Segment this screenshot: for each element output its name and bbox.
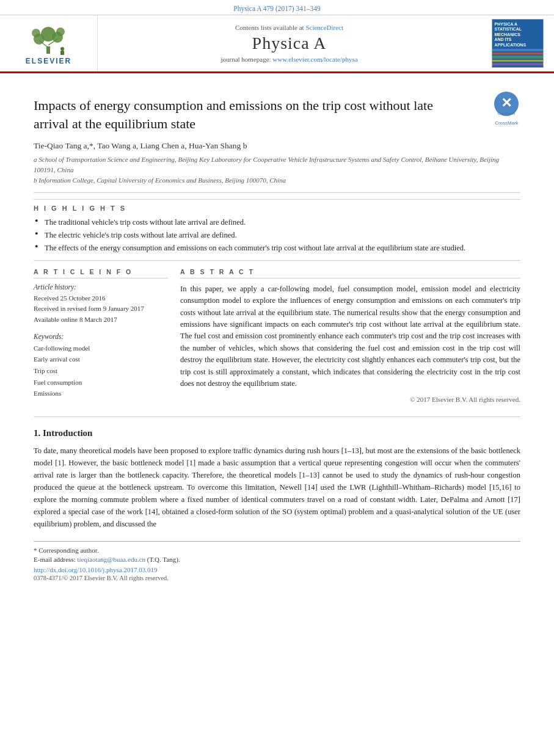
- journal-homepage: journal homepage: www.elsevier.com/locat…: [221, 56, 357, 63]
- received-date: Received 25 October 2016: [34, 293, 168, 304]
- journal-header: ELSEVIER Contents lists available at Sci…: [0, 15, 554, 73]
- page-footer: * Corresponding author. E-mail address: …: [34, 541, 520, 581]
- svg-point-8: [60, 47, 64, 51]
- affiliations: a School of Transportation Science and E…: [34, 154, 520, 186]
- journal-cover-area: PHYSICA ASTATISTICAL MECHANICSAND ITSAPP…: [481, 15, 554, 71]
- svg-rect-9: [60, 51, 64, 55]
- corresponding-author-note: * Corresponding author.: [34, 547, 520, 554]
- doi-link[interactable]: http://dx.doi.org/10.1016/j.physa.2017.0…: [34, 566, 520, 573]
- article-history-block: Article history: Received 25 October 201…: [34, 283, 168, 325]
- svg-point-7: [56, 27, 65, 36]
- email-address[interactable]: tieqiaotang@buaa.edu.cn: [77, 556, 145, 563]
- authors-line: Tie-Qiao Tang a,*, Tao Wang a, Liang Che…: [34, 141, 520, 151]
- cover-decoration: [492, 43, 544, 67]
- svg-rect-11: [492, 53, 544, 54]
- introduction-section: 1. Introduction To date, many theoretica…: [34, 428, 520, 530]
- crossmark-area: ✕ CrossMark CrossMark: [493, 90, 520, 126]
- issn-text: 0378-4371/© 2017 Elsevier B.V. All right…: [34, 575, 520, 581]
- elsevier-text: ELSEVIER: [26, 57, 71, 65]
- email-label: E-mail address:: [34, 556, 76, 563]
- journal-header-center: Contents lists available at ScienceDirec…: [98, 15, 481, 71]
- highlight-item-2: The electric vehicle's trip costs withou…: [34, 230, 520, 241]
- two-column-section: A R T I C L E I N F O Article history: R…: [34, 268, 520, 407]
- svg-rect-12: [492, 56, 544, 59]
- keywords-label: Keywords:: [34, 333, 168, 340]
- intro-title: Introduction: [43, 428, 92, 438]
- elsevier-logo: ELSEVIER: [26, 22, 71, 65]
- crossmark-icon: ✕ CrossMark: [493, 90, 520, 118]
- crossmark-label: CrossMark: [493, 120, 520, 126]
- svg-text:CrossMark: CrossMark: [497, 112, 516, 115]
- authors-text: Tie-Qiao Tang a,*, Tao Wang a, Liang Che…: [34, 141, 247, 150]
- corresponding-label: Corresponding author.: [38, 547, 98, 554]
- highlights-title: H I G H L I G H T S: [34, 205, 520, 212]
- intro-heading: 1. Introduction: [34, 428, 520, 438]
- intro-number: 1.: [34, 428, 43, 438]
- article-title: Impacts of energy consumption and emissi…: [34, 96, 449, 133]
- affiliation-a: a School of Transportation Science and E…: [34, 154, 520, 175]
- keywords-list: Car-following model Early arrival cost T…: [34, 343, 168, 399]
- sciencedirect-line: Contents lists available at ScienceDirec…: [235, 24, 343, 31]
- keyword-2: Early arrival cost: [34, 354, 168, 365]
- homepage-label: journal homepage:: [221, 56, 271, 63]
- copyright-line: © 2017 Elsevier B.V. All rights reserved…: [180, 396, 520, 403]
- top-citation: Physica A 479 (2017) 341–349: [0, 0, 554, 15]
- journal-name: Physica A: [252, 34, 327, 53]
- divider-1: [34, 192, 520, 193]
- svg-rect-10: [492, 49, 544, 51]
- sciencedirect-label: Contents lists available at: [235, 24, 304, 31]
- journal-cover-image: PHYSICA ASTATISTICAL MECHANICSAND ITSAPP…: [492, 19, 544, 68]
- history-label: Article history:: [34, 283, 168, 291]
- keyword-5: Emissions: [34, 388, 168, 399]
- svg-rect-13: [492, 60, 544, 62]
- affiliation-b: b Information College, Capital Universit…: [34, 175, 520, 186]
- keyword-3: Trip cost: [34, 365, 168, 377]
- abstract-label: A B S T R A C T: [180, 268, 520, 278]
- sciencedirect-link[interactable]: ScienceDirect: [305, 24, 343, 31]
- star-symbol: *: [34, 547, 38, 554]
- svg-point-6: [32, 29, 40, 37]
- info-dates: Received 25 October 2016 Received in rev…: [34, 293, 168, 325]
- divider-2: [34, 416, 520, 417]
- email-line: E-mail address: tieqiaotang@buaa.edu.cn …: [34, 556, 520, 563]
- svg-rect-14: [492, 63, 544, 65]
- highlights-list: The traditional vehicle's trip costs wit…: [34, 217, 520, 253]
- intro-paragraph-1: To date, many theoretical models have be…: [34, 445, 520, 530]
- citation-text: Physica A 479 (2017) 341–349: [233, 5, 320, 12]
- email-suffix: (T.Q. Tang).: [147, 556, 180, 563]
- main-content: ✕ CrossMark CrossMark Impacts of energy …: [0, 73, 554, 594]
- svg-text:✕: ✕: [501, 95, 512, 111]
- available-date: Available online 8 March 2017: [34, 314, 168, 325]
- keyword-4: Fuel consumption: [34, 377, 168, 388]
- keywords-block: Keywords: Car-following model Early arri…: [34, 333, 168, 399]
- abstract-column: A B S T R A C T In this paper, we apply …: [180, 268, 520, 407]
- homepage-link[interactable]: www.elsevier.com/locate/physa: [272, 56, 357, 63]
- article-info-column: A R T I C L E I N F O Article history: R…: [34, 268, 168, 407]
- page: Physica A 479 (2017) 341–349: [0, 0, 554, 756]
- elsevier-tree-icon: [27, 22, 70, 56]
- abstract-text: In this paper, we apply a car-following …: [180, 283, 520, 390]
- keyword-1: Car-following model: [34, 343, 168, 354]
- highlight-item-3: The effects of the energy consumption an…: [34, 242, 520, 253]
- revised-date: Received in revised form 9 January 2017: [34, 303, 168, 314]
- article-info-label: A R T I C L E I N F O: [34, 268, 168, 278]
- highlight-item-1: The traditional vehicle's trip costs wit…: [34, 217, 520, 228]
- elsevier-logo-area: ELSEVIER: [0, 15, 98, 71]
- highlights-section: H I G H L I G H T S The traditional vehi…: [34, 199, 520, 261]
